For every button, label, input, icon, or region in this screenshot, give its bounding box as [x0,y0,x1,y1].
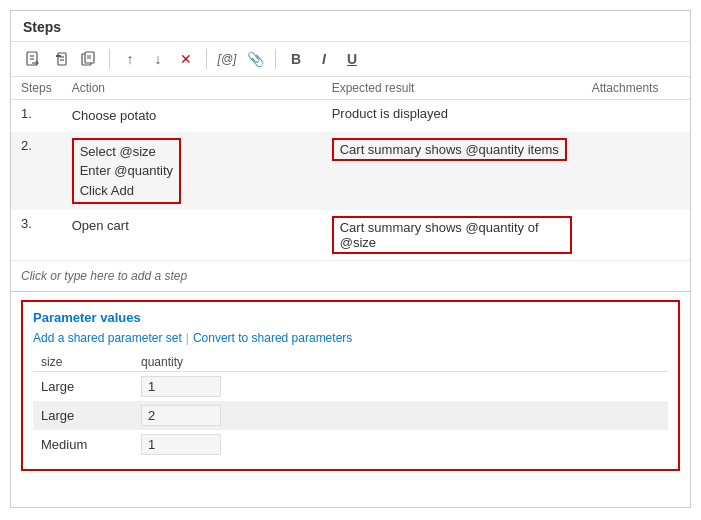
param-row: Large [33,401,668,430]
paste-step-icon[interactable] [49,47,73,71]
section-title: Steps [11,11,690,42]
divider [11,291,690,292]
step-action[interactable]: Select @size Enter @quantity Click Add [62,132,322,211]
step-action[interactable]: Open cart [62,210,322,260]
step-num: 3. [11,210,62,260]
param-section: Parameter values Add a shared parameter … [21,300,680,471]
param-size-cell: Medium [33,430,133,459]
param-row: Medium [33,430,668,459]
delete-button[interactable]: ✕ [174,47,198,71]
table-row: 3.Open cartCart summary shows @quantity … [11,210,690,260]
steps-table: Steps Action Expected result Attachments… [11,77,690,260]
col-steps: Steps [11,77,62,100]
step-num: 2. [11,132,62,211]
convert-to-shared-link[interactable]: Convert to shared parameters [193,331,352,345]
step-expected[interactable]: Cart summary shows @quantity of @size [322,210,582,260]
col-expected: Expected result [322,77,582,100]
move-up-button[interactable]: ↑ [118,47,142,71]
step-attachments [582,132,690,211]
italic-button[interactable]: I [312,47,336,71]
table-row: 1.Choose potatoProduct is displayed [11,100,690,132]
step-expected[interactable]: Cart summary shows @quantity items [322,132,582,211]
param-row: Large [33,372,668,402]
param-col-quantity: quantity [133,353,668,372]
underline-button[interactable]: U [340,47,364,71]
param-quantity-input[interactable] [141,434,221,455]
param-quantity-cell[interactable] [133,372,668,402]
toolbar: ↑ ↓ ✕ [@] 📎 B I U [11,42,690,77]
col-action: Action [62,77,322,100]
param-quantity-cell[interactable] [133,401,668,430]
param-quantity-cell[interactable] [133,430,668,459]
step-attachments [582,210,690,260]
param-links: Add a shared parameter set | Convert to … [33,331,668,345]
add-step-prompt[interactable]: Click or type here to add a step [11,260,690,291]
step-num: 1. [11,100,62,132]
param-title: Parameter values [33,310,668,325]
col-attachments: Attachments [582,77,690,100]
toolbar-separator-2 [206,49,207,69]
param-table: size quantity LargeLargeMedium [33,353,668,459]
toolbar-separator-1 [109,49,110,69]
param-link-separator: | [186,331,189,345]
svg-rect-4 [58,53,66,65]
move-down-button[interactable]: ↓ [146,47,170,71]
param-size-cell: Large [33,401,133,430]
add-shared-param-link[interactable]: Add a shared parameter set [33,331,182,345]
param-quantity-input[interactable] [141,405,221,426]
add-step-icon[interactable] [21,47,45,71]
toolbar-separator-3 [275,49,276,69]
bold-button[interactable]: B [284,47,308,71]
param-size-cell: Large [33,372,133,402]
duplicate-step-icon[interactable] [77,47,101,71]
step-action[interactable]: Choose potato [62,100,322,132]
step-expected[interactable]: Product is displayed [322,100,582,132]
insert-param-button[interactable]: [@] [215,47,239,71]
param-col-size: size [33,353,133,372]
step-attachments [582,100,690,132]
table-row: 2.Select @size Enter @quantity Click Add… [11,132,690,211]
attach-button[interactable]: 📎 [243,47,267,71]
param-quantity-input[interactable] [141,376,221,397]
